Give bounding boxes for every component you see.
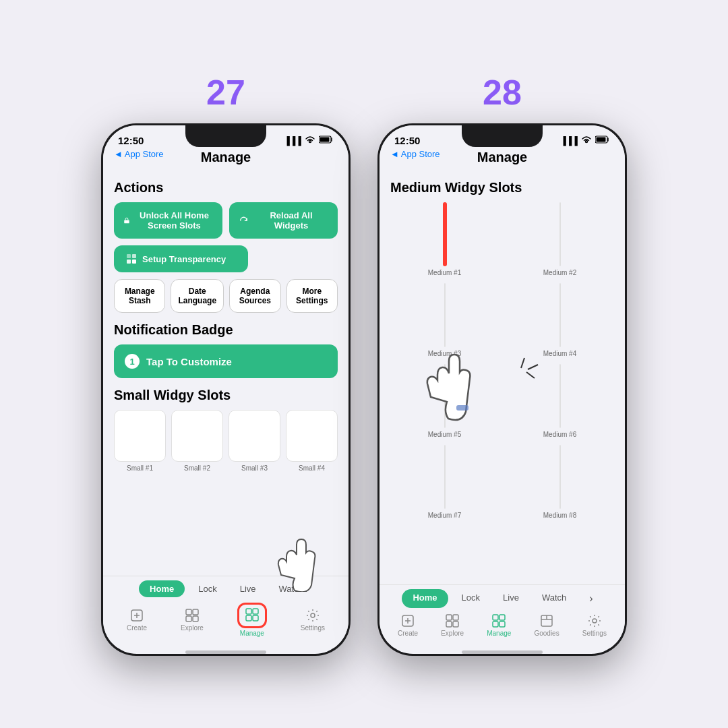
notch-27 (185, 125, 266, 147)
slot-item-3: Small #3 (229, 410, 280, 472)
svg-point-18 (311, 613, 315, 617)
phone-27: 12:50 ▐▐▐ ◄ App Store Manage (101, 123, 351, 656)
medium-slot-box-5[interactable] (444, 364, 446, 428)
tab-watch-pill[interactable]: Watch (270, 580, 313, 597)
step-28-number: 28 (483, 72, 522, 113)
medium-slot-box-2[interactable] (559, 202, 561, 266)
scroll-content-27: Actions Unlock All Home Screen Slots Rel… (103, 171, 348, 576)
medium-slot-item-5: Medium #5 (390, 364, 499, 438)
tab-watch-pill-28[interactable]: Watch (533, 589, 576, 608)
manage-stash-btn[interactable]: Manage Stash (114, 279, 165, 313)
tab-goodies-28[interactable]: Goodies (534, 613, 559, 637)
medium-slot-item-4: Medium #4 (506, 283, 614, 357)
medium-slot-label-4: Medium #4 (543, 350, 576, 357)
status-time-28: 12:50 (394, 135, 420, 146)
outline-buttons-row-27: Manage Stash Date Language Agenda Source… (114, 279, 338, 313)
medium-slot-item-7: Medium #7 (390, 445, 499, 519)
small-widgy-title-27: Small Widgy Slots (114, 388, 338, 403)
svg-rect-29 (446, 621, 452, 627)
medium-slot-item-3: Medium #3 (390, 283, 499, 357)
notification-badge-title-27: Notification Badge (114, 322, 338, 338)
step-28-wrapper: 28 12:50 ▐▐▐ (377, 72, 627, 656)
svg-rect-17 (253, 615, 258, 621)
tap-to-customize-btn[interactable]: 1 Tap To Customize (114, 344, 338, 378)
svg-rect-30 (453, 621, 458, 627)
svg-rect-34 (499, 621, 505, 627)
slot-box-3[interactable] (229, 410, 280, 462)
slot-box-1[interactable] (114, 410, 166, 462)
tab-settings-28[interactable]: Settings (582, 613, 607, 637)
svg-rect-20 (597, 138, 606, 142)
status-icons-28: ▐▐▐ (560, 135, 610, 146)
tab-create-27[interactable]: Create (127, 608, 147, 632)
tab-live-pill-28[interactable]: Live (493, 589, 528, 608)
slot-box-4[interactable] (286, 410, 338, 462)
svg-rect-2 (124, 220, 129, 223)
medium-slot-item-8: Medium #8 (506, 445, 614, 519)
svg-rect-15 (253, 609, 258, 614)
medium-slot-box-4[interactable] (559, 283, 561, 347)
badge-number: 1 (125, 354, 140, 369)
tab-manage-27[interactable]: Manage (237, 603, 267, 637)
notch-28 (462, 125, 543, 147)
slot-label-1: Small #1 (127, 464, 153, 472)
nav-title-bar-28: ◄ App Store Manage (380, 146, 625, 171)
status-time-27: 12:50 (118, 135, 144, 146)
slot-box-2[interactable] (171, 410, 223, 462)
slot-label-4: Small #4 (299, 464, 325, 472)
svg-rect-32 (499, 615, 505, 620)
medium-slot-label-2: Medium #2 (543, 269, 576, 276)
agenda-sources-btn[interactable]: Agenda Sources (229, 279, 280, 313)
svg-rect-13 (193, 616, 198, 621)
tab-explore-28[interactable]: Explore (441, 613, 464, 637)
medium-slot-label-1: Medium #1 (428, 269, 461, 276)
reload-widgets-btn[interactable]: Reload All Widgets (229, 202, 338, 239)
slot-label-2: Small #2 (184, 464, 210, 472)
main-container: 27 12:50 ▐▐▐ (74, 45, 654, 683)
unlock-slots-btn[interactable]: Unlock All Home Screen Slots (114, 202, 222, 239)
signal-icon-27: ▐▐▐ (284, 136, 301, 146)
medium-slot-box-3[interactable] (444, 283, 446, 347)
medium-slot-box-1[interactable] (443, 202, 447, 266)
setup-row-27: Setup Transparency (114, 245, 338, 272)
tab-home-pill[interactable]: Home (139, 580, 185, 597)
medium-slot-label-8: Medium #8 (543, 512, 576, 519)
medium-slot-item-1: Medium #1 (390, 202, 499, 276)
medium-slot-box-8[interactable] (559, 445, 561, 509)
tab-row-pills-28: Home Lock Live Watch › (380, 589, 625, 608)
svg-rect-14 (246, 609, 251, 614)
tab-create-28[interactable]: Create (398, 613, 418, 637)
medium-slot-item-6: Medium #6 (506, 364, 614, 438)
phone-27-inner: 12:50 ▐▐▐ ◄ App Store Manage (103, 125, 348, 654)
date-language-btn[interactable]: Date Language (171, 279, 224, 313)
medium-widgy-slots-28: Medium #1 Medium #2 Medium #3 Mediu (390, 202, 614, 519)
svg-rect-6 (132, 260, 136, 264)
tab-live-pill[interactable]: Live (231, 580, 266, 597)
tab-lock-pill[interactable]: Lock (189, 580, 226, 597)
slot-item-4: Small #4 (286, 410, 338, 472)
svg-rect-31 (493, 615, 498, 620)
tab-row-pills-27: Home Lock Live Watch (103, 580, 348, 597)
wifi-icon-28 (581, 135, 592, 146)
svg-rect-11 (193, 609, 198, 615)
tab-manage-28[interactable]: Manage (487, 613, 511, 637)
slot-item-1: Small #1 (114, 410, 166, 472)
tab-lock-pill-28[interactable]: Lock (452, 589, 489, 608)
more-settings-btn[interactable]: More Settings (286, 279, 338, 313)
wifi-icon-27 (305, 135, 315, 146)
medium-slot-box-6[interactable] (559, 364, 561, 428)
signal-icon-28: ▐▐▐ (560, 136, 578, 146)
tab-settings-27[interactable]: Settings (301, 608, 325, 632)
manage-highlighted-box (237, 603, 267, 628)
step-27-wrapper: 27 12:50 ▐▐▐ (101, 72, 351, 656)
svg-rect-28 (453, 615, 458, 620)
medium-slot-label-5: Medium #5 (428, 431, 461, 438)
medium-slot-box-7[interactable] (444, 445, 446, 509)
tab-more-pill-28[interactable]: › (580, 589, 602, 608)
phone-28-inner: 12:50 ▐▐▐ ◄ App Store Manage (380, 125, 625, 654)
tab-icons-row-27: Create Explore Manage (103, 603, 348, 637)
setup-transparency-btn[interactable]: Setup Transparency (114, 245, 248, 272)
tab-home-pill-28[interactable]: Home (402, 589, 448, 608)
medium-slot-label-6: Medium #6 (543, 431, 576, 438)
tab-explore-27[interactable]: Explore (181, 608, 204, 632)
